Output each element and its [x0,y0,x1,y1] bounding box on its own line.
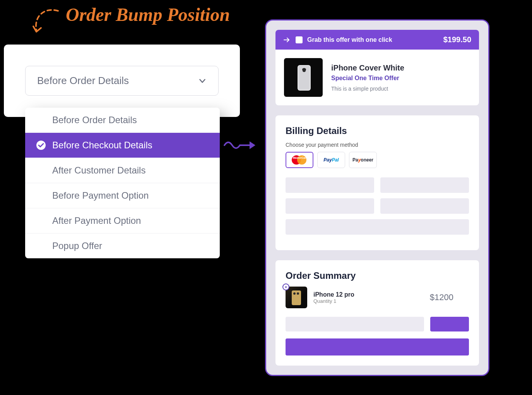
mastercard-icon: MasterCard [292,155,307,165]
paypal-icon: PayPal [323,157,339,163]
summary-item-image [286,287,307,308]
phone-gold-icon [289,289,304,306]
billing-field[interactable] [286,177,374,193]
chevron-down-icon [198,77,207,85]
svg-rect-4 [292,290,301,305]
svg-point-5 [293,292,296,295]
summary-item-qty: Quantity 1 [313,298,354,304]
payment-methods: MasterCard PayPal Payoneer [286,152,469,168]
offer-cta-text: Grab this offer with one click [307,36,439,43]
summary-item-price: $1200 [430,292,453,302]
apply-coupon-button[interactable] [430,317,469,331]
annotation-title: Order Bump Position [66,4,230,25]
svg-point-6 [297,292,299,295]
payment-paypal[interactable]: PayPal [317,152,345,168]
offer-product-desc: This is a simple product [331,86,404,92]
coupon-input[interactable] [286,317,424,331]
option-after-customer-details[interactable]: After Customer Details [25,158,220,183]
summary-item-row: × iPhone 12 pro Quantity 1 $1200 [286,287,469,308]
option-label: After Customer Details [52,165,145,175]
offer-product-title: iPhone Cover White [331,64,404,72]
option-popup-offer[interactable]: Popup Offer [25,234,220,258]
payoneer-icon: Payoneer [352,157,373,163]
checkout-preview: Grab this offer with one click $199.50 i… [265,19,489,376]
check-circle-icon [36,140,46,150]
option-label: After Payment Option [52,215,141,226]
arrow-right-icon [283,37,291,43]
position-select-card: Before Order Details [4,45,240,117]
order-bump-header: Grab this offer with one click $199.50 [275,30,479,50]
billing-field[interactable] [286,198,374,214]
billing-card: Billing Details Choose your payment meth… [275,115,479,250]
offer-product-info: iPhone Cover White Special One Time Offe… [331,64,404,92]
option-label: Before Checkout Details [52,140,152,150]
summary-item-info: iPhone 12 pro Quantity 1 [313,291,354,304]
remove-item-button[interactable]: × [282,283,289,290]
billing-subtitle: Choose your payment method [286,142,469,148]
billing-title: Billing Details [286,125,469,136]
annotation-arrow-icon [31,8,62,35]
position-select[interactable]: Before Order Details [25,66,219,96]
offer-price: $199.50 [443,35,471,44]
offer-product-subtitle: Special One Time Offer [331,75,404,82]
payment-mastercard[interactable]: MasterCard [286,152,313,168]
offer-checkbox[interactable] [296,36,303,43]
billing-field[interactable] [380,198,469,214]
curly-arrow-icon [222,137,259,153]
billing-field[interactable] [286,219,469,235]
phone-icon [290,62,317,93]
position-dropdown: Before Order Details Before Checkout Det… [25,108,220,258]
summary-title: Order Summary [286,270,469,281]
option-label: Popup Offer [52,240,102,251]
option-label: Before Payment Option [52,190,149,201]
summary-item-name: iPhone 12 pro [313,291,354,298]
option-before-order-details[interactable]: Before Order Details [25,108,220,133]
option-before-checkout-details[interactable]: Before Checkout Details [25,133,220,158]
billing-field[interactable] [380,177,469,193]
position-select-value: Before Order Details [37,75,129,87]
order-bump-card: Grab this offer with one click $199.50 i… [275,30,479,105]
payment-payoneer[interactable]: Payoneer [349,152,377,168]
option-label: Before Order Details [52,115,137,125]
checkout-button[interactable] [286,338,469,356]
offer-body: iPhone Cover White Special One Time Offe… [275,50,479,105]
offer-product-image [284,58,323,97]
option-before-payment-option[interactable]: Before Payment Option [25,183,220,208]
option-after-payment-option[interactable]: After Payment Option [25,208,220,234]
order-summary-card: Order Summary × iPhone 12 pro Quantity 1… [275,260,479,366]
